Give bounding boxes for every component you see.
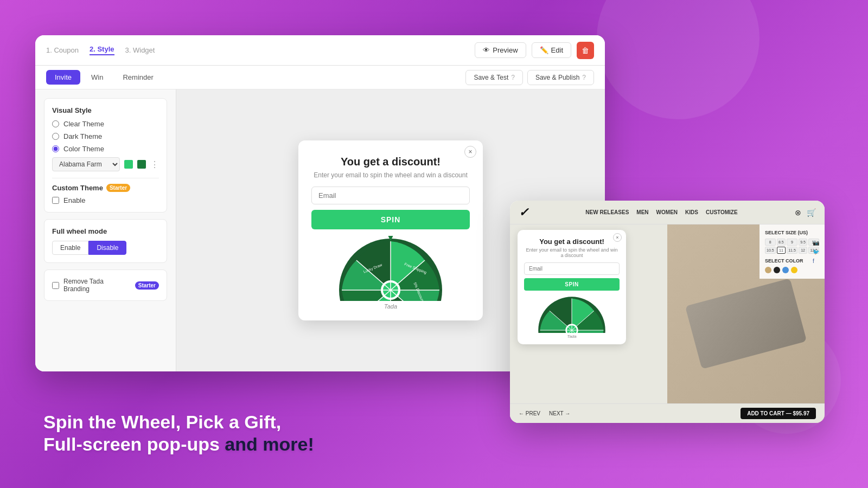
clear-theme-option[interactable]: Clear Theme — [52, 120, 159, 128]
popup-title: You get a discount! — [311, 156, 470, 168]
step-navigation: 1. Coupon 2. Style 3. Widget — [46, 45, 155, 55]
visual-style-title: Visual Style — [52, 106, 159, 114]
disable-button[interactable]: Disable — [88, 241, 126, 255]
custom-theme-row: Custom Theme Starter — [52, 184, 159, 192]
mini-popup-subtitle: Enter your email to spin the wheel and w… — [524, 247, 620, 258]
delete-button[interactable]: 🗑 — [577, 42, 594, 59]
nav-men: MEN — [636, 209, 648, 215]
bg-decoration-1 — [597, 0, 760, 119]
size-10-5[interactable]: 10.5 — [765, 247, 776, 254]
add-to-cart-button[interactable]: ADD TO CART — $95.97 — [741, 408, 816, 419]
twitter-icon[interactable]: 🐦 — [813, 249, 819, 255]
size-8[interactable]: 8 — [765, 239, 776, 246]
color-theme-dropdown[interactable]: Alabama Farm — [52, 157, 120, 171]
mini-popup-title: You get a discount! — [524, 237, 620, 246]
save-actions: Save & Test ? Save & Publish ? — [465, 70, 594, 85]
color-black[interactable] — [774, 267, 780, 273]
wheel-arrow — [386, 236, 395, 241]
remove-branding-option[interactable]: Remove Tada Branding Starter — [52, 278, 159, 293]
question-icon: ? — [511, 74, 515, 81]
size-title: SELECT SIZE (US) — [765, 230, 819, 235]
nike-header: ✓ NEW RELEASES MEN WOMEN KIDS CUSTOMIZE … — [510, 201, 825, 224]
size-panel: SELECT SIZE (US) 8 8.5 9 9.5 10 10.5 11 … — [760, 224, 825, 279]
mini-branding: Tada — [524, 334, 620, 339]
popup-spin-button[interactable]: SPIN — [311, 210, 470, 229]
prev-next: ← PREV NEXT → — [519, 410, 570, 416]
popup-email-input[interactable] — [311, 187, 470, 204]
facebook-icon[interactable]: f — [813, 258, 819, 264]
popup-branding: Tada — [311, 303, 470, 310]
size-grid: 8 8.5 9 9.5 10 10.5 11 11.5 12 12.5 — [765, 239, 819, 254]
nav-customize: CUSTOMIZE — [706, 209, 738, 215]
color-tan[interactable] — [765, 267, 771, 273]
tablet-content: × You get a discount! Enter your email t… — [510, 224, 825, 423]
full-wheel-title: Full wheel mode — [52, 227, 159, 235]
nike-nav: NEW RELEASES MEN WOMEN KIDS CUSTOMIZE — [585, 209, 737, 215]
instagram-icon[interactable]: 📷 — [813, 240, 819, 246]
bottom-title-line2: Full-screen pop-ups and more! — [43, 433, 314, 455]
size-9-5[interactable]: 9.5 — [799, 239, 808, 246]
tab-reminder[interactable]: Reminder — [114, 70, 162, 85]
mini-popup-close[interactable]: × — [613, 233, 622, 242]
color-theme-row: Alabama Farm ⋮ — [52, 157, 159, 171]
mini-wheel-svg — [537, 295, 607, 333]
size-11[interactable]: 11 — [777, 247, 786, 254]
size-8-5[interactable]: 8.5 — [777, 239, 786, 246]
tab-win[interactable]: Win — [82, 70, 112, 85]
next-button[interactable]: NEXT → — [549, 410, 570, 416]
save-publish-button[interactable]: Save & Publish ? — [527, 70, 594, 85]
nav-kids: KIDS — [685, 209, 698, 215]
color-yellow[interactable] — [791, 267, 797, 273]
size-12[interactable]: 12 — [799, 247, 808, 254]
edit-button[interactable]: ✏️ Edit — [532, 42, 571, 58]
swatch-green — [124, 160, 133, 169]
wheel-svg: Free Shipping 5% Discount Lucky Draw — [336, 236, 445, 301]
mini-spin-button[interactable]: SPIN — [524, 278, 620, 291]
nav-actions: 👁 Preview ✏️ Edit 🗑 — [475, 42, 594, 59]
color-theme-radio[interactable] — [52, 145, 59, 152]
bottom-title-line1: Spin the Wheel, Pick a Gift, — [43, 411, 314, 433]
starter-badge: Starter — [106, 184, 130, 192]
top-navigation: 1. Coupon 2. Style 3. Widget 👁 Preview ✏… — [35, 35, 605, 66]
custom-theme-checkbox[interactable] — [52, 197, 59, 204]
color-swatches — [765, 267, 819, 273]
step-widget[interactable]: 3. Widget — [125, 46, 155, 54]
preview-button[interactable]: 👁 Preview — [475, 42, 526, 58]
tab-invite[interactable]: Invite — [46, 70, 80, 85]
dark-theme-radio[interactable] — [52, 133, 59, 140]
popup-preview: × You get a discount! Enter your email t… — [298, 140, 483, 320]
color-theme-option[interactable]: Color Theme — [52, 145, 159, 153]
toggle-buttons: Enable Disable — [52, 241, 159, 255]
step-coupon[interactable]: 1. Coupon — [46, 46, 79, 54]
dark-theme-option[interactable]: Dark Theme — [52, 132, 159, 140]
custom-theme-label: Custom Theme — [52, 184, 103, 192]
trash-icon: 🗑 — [582, 46, 589, 55]
custom-theme-enable[interactable]: Enable — [52, 196, 159, 204]
eye-icon: 👁 — [483, 46, 490, 54]
step-style[interactable]: 2. Style — [90, 45, 114, 55]
nike-logo: ✓ — [519, 206, 528, 220]
branding-section: Remove Tada Branding Starter — [44, 269, 167, 301]
sub-tabs: Invite Win Reminder — [46, 70, 162, 85]
enable-button[interactable]: Enable — [52, 241, 88, 255]
shoe-image — [685, 278, 807, 369]
search-icon[interactable]: ⊗ — [795, 208, 801, 217]
cart-icon[interactable]: 🛒 — [807, 208, 816, 217]
left-panel: Visual Style Clear Theme Dark Theme Colo… — [35, 89, 176, 371]
size-11-5[interactable]: 11.5 — [787, 247, 797, 254]
size-9[interactable]: 9 — [787, 239, 797, 246]
nav-new-releases: NEW RELEASES — [585, 209, 629, 215]
popup-close-button[interactable]: × — [464, 146, 476, 158]
clear-theme-radio[interactable] — [52, 120, 59, 127]
prev-button[interactable]: ← PREV — [519, 410, 540, 416]
tablet-bottom: ← PREV NEXT → ADD TO CART — $95.97 — [510, 403, 825, 423]
save-test-button[interactable]: Save & Test ? — [465, 70, 523, 85]
full-wheel-section: Full wheel mode Enable Disable — [44, 219, 167, 263]
color-blue[interactable] — [782, 267, 789, 273]
more-options-button[interactable]: ⋮ — [150, 159, 159, 170]
mini-email-input[interactable] — [524, 262, 620, 275]
mini-popup: × You get a discount! Enter your email t… — [518, 230, 626, 344]
visual-style-section: Visual Style Clear Theme Dark Theme Colo… — [44, 98, 167, 213]
remove-branding-checkbox[interactable] — [52, 282, 59, 289]
nike-header-icons: ⊗ 🛒 — [795, 208, 816, 217]
